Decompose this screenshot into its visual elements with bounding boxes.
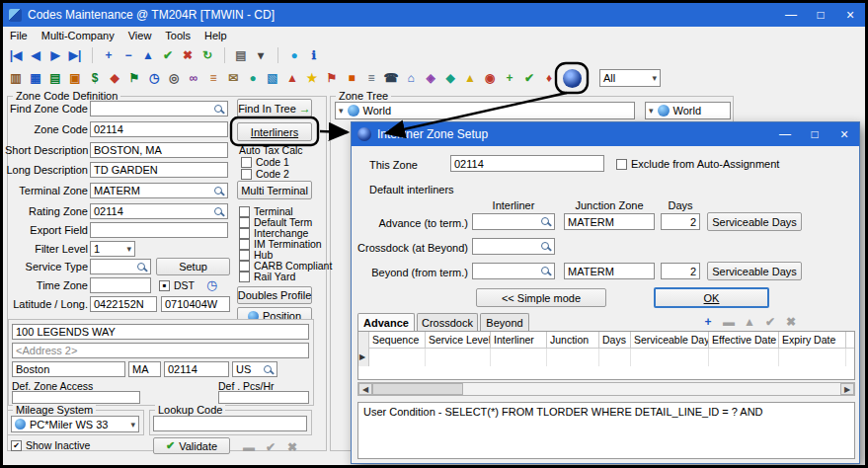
mail-icon[interactable]: ✉ — [224, 69, 242, 87]
interliner-zones-icon[interactable] — [563, 69, 582, 88]
close-button[interactable]: × — [829, 122, 859, 146]
globe-teal-icon[interactable]: ● — [244, 69, 262, 87]
city-input[interactable]: Boston — [12, 361, 125, 377]
doubles-profile-button[interactable]: Doubles Profile — [237, 286, 312, 304]
first-record-icon[interactable]: |◀ — [7, 46, 25, 64]
interliners-button[interactable]: Interliners — [237, 122, 312, 141]
cancel-lookup-icon[interactable]: ✖ — [283, 438, 301, 456]
search-icon[interactable] — [540, 266, 551, 276]
def-pcs-hr-input[interactable] — [218, 391, 309, 404]
find-zone-code-input[interactable] — [90, 101, 228, 117]
grid-icon[interactable]: ▦ — [27, 69, 44, 87]
remove-lookup-icon[interactable]: ▬ — [240, 438, 258, 456]
advance-serviceable-days-button[interactable]: Serviceable Days — [707, 212, 802, 231]
menu-file[interactable]: File — [3, 28, 35, 43]
close-button[interactable]: × — [835, 3, 865, 27]
add-record-icon[interactable]: + — [100, 46, 118, 64]
zone-code-input[interactable]: 02114 — [90, 121, 228, 137]
truck-icon[interactable]: ■ — [343, 69, 360, 87]
address-line1-input[interactable]: 100 LEGENDS WAY — [12, 324, 309, 340]
advance-junction-input[interactable]: MATERM — [564, 213, 655, 230]
grid-header-effective-date[interactable]: Effective Date — [709, 332, 779, 349]
find-in-tree-button[interactable]: Find In Tree → — [237, 99, 312, 117]
grid-header-interliner[interactable]: Interliner — [491, 332, 547, 349]
search-icon[interactable] — [213, 206, 224, 217]
latitude-input[interactable]: 0422152N — [90, 296, 157, 312]
advance-days-input[interactable]: 2 — [661, 213, 700, 230]
link-icon[interactable]: ∞ — [185, 69, 202, 87]
export-field-input[interactable] — [90, 222, 228, 238]
beyond-days-input[interactable]: 2 — [661, 263, 700, 279]
long-description-input[interactable]: TD GARDEN — [90, 162, 228, 178]
grid-header-service-level[interactable]: Service Level — [426, 332, 491, 349]
grid-header-sequence[interactable]: Sequence — [369, 332, 426, 349]
advance-interliner-input[interactable] — [472, 213, 555, 230]
menu-multi-company[interactable]: Multi-Company — [35, 28, 121, 43]
gem-icon[interactable]: ◈ — [422, 69, 439, 87]
search-icon[interactable] — [540, 241, 551, 252]
address-line2-input[interactable]: <Address 2> — [12, 343, 309, 358]
user-condition-box[interactable]: User Condition - SELECT(*) FROM TLORDER … — [357, 402, 855, 459]
crossdock-interliner-input[interactable] — [472, 238, 555, 255]
lookup-code-input[interactable] — [153, 416, 307, 431]
diamond-icon[interactable]: ♦ — [540, 69, 558, 87]
tab-advance[interactable]: Advance — [357, 313, 415, 331]
search-icon[interactable] — [540, 216, 551, 227]
delete-row-icon[interactable]: ▬ — [720, 313, 738, 331]
shield-icon[interactable]: ◆ — [441, 69, 459, 87]
home-icon[interactable]: ⌂ — [402, 69, 420, 87]
target-icon[interactable]: ◉ — [481, 69, 499, 87]
toolbar-filter-select[interactable]: All ▾ — [599, 69, 661, 87]
code-1-checkbox[interactable]: Code 1 — [241, 156, 289, 168]
longitude-input[interactable]: 0710404W — [161, 296, 230, 312]
search-icon[interactable] — [213, 104, 224, 115]
calendar-icon[interactable]: ▣ — [66, 69, 84, 87]
list-icon[interactable]: ≡ — [204, 69, 222, 87]
menu-tools[interactable]: Tools — [158, 28, 197, 43]
maximize-button[interactable]: □ — [806, 3, 835, 27]
mileage-system-select[interactable]: PC*Miler WS 33 ▾ — [11, 416, 139, 432]
rating-zone-input[interactable]: 02114 — [90, 203, 228, 219]
scroll-left-icon[interactable]: ◀ — [358, 383, 372, 395]
exclude-auto-assignment-checkbox[interactable]: Exclude from Auto-Assignment — [616, 158, 779, 170]
zip-input[interactable]: 02114 — [164, 361, 229, 377]
beyond-serviceable-days-button[interactable]: Serviceable Days — [707, 262, 802, 280]
delete-record-icon[interactable]: − — [119, 46, 137, 64]
rail-icon[interactable]: ≡ — [362, 69, 380, 87]
zone-tree-world-select[interactable]: ▾ World — [645, 102, 731, 119]
minimize-button[interactable]: — — [776, 3, 806, 27]
clock-icon[interactable]: ◷ — [145, 69, 163, 87]
maximize-button[interactable]: □ — [800, 122, 829, 146]
service-type-input[interactable] — [90, 259, 151, 274]
terminal-zone-input[interactable]: MATERM — [90, 183, 228, 198]
phone-icon[interactable]: ☎ — [382, 69, 400, 87]
short-description-input[interactable]: BOSTON, MA — [90, 142, 228, 158]
rail-yard-checkbox[interactable]: Rail Yard — [239, 271, 295, 282]
sort-icon[interactable]: ▲ — [461, 69, 479, 87]
filter-level-select[interactable]: 1 ▾ — [90, 241, 135, 257]
flag-red-icon[interactable]: ⚑ — [323, 69, 341, 87]
scrollbar-thumb[interactable] — [372, 383, 463, 395]
tree-expand-icon[interactable]: ▾ — [339, 106, 344, 116]
stamp-icon[interactable]: ▥ — [7, 69, 25, 87]
zone-tree-root-select[interactable]: ▾ World — [335, 102, 635, 119]
def-zone-access-input[interactable] — [12, 391, 140, 404]
ledger-icon[interactable]: ▤ — [46, 69, 64, 87]
code-2-checkbox[interactable]: Code 2 — [241, 168, 289, 180]
star-icon[interactable]: ★ — [303, 69, 321, 87]
grid-header-expiry-date[interactable]: Expiry Date — [779, 332, 846, 349]
beyond-interliner-input[interactable] — [472, 263, 555, 279]
grid-header-days[interactable]: Days — [599, 332, 631, 349]
info-icon[interactable]: ℹ — [305, 46, 323, 64]
commit-lookup-icon[interactable]: ✔ — [262, 438, 279, 456]
setup-button[interactable]: Setup — [156, 258, 230, 275]
next-record-icon[interactable]: ▶ — [46, 46, 64, 64]
dst-checkbox[interactable]: ■ DST — [159, 279, 195, 291]
cancel-row-icon[interactable]: ✖ — [782, 313, 800, 331]
grid-header-junction[interactable]: Junction — [547, 332, 599, 349]
simple-mode-button[interactable]: << Simple mode — [476, 288, 606, 307]
menu-help[interactable]: Help — [197, 28, 234, 43]
add2-icon[interactable]: + — [501, 69, 518, 87]
book-icon[interactable]: ▧ — [264, 69, 281, 87]
search-icon[interactable] — [213, 186, 224, 196]
